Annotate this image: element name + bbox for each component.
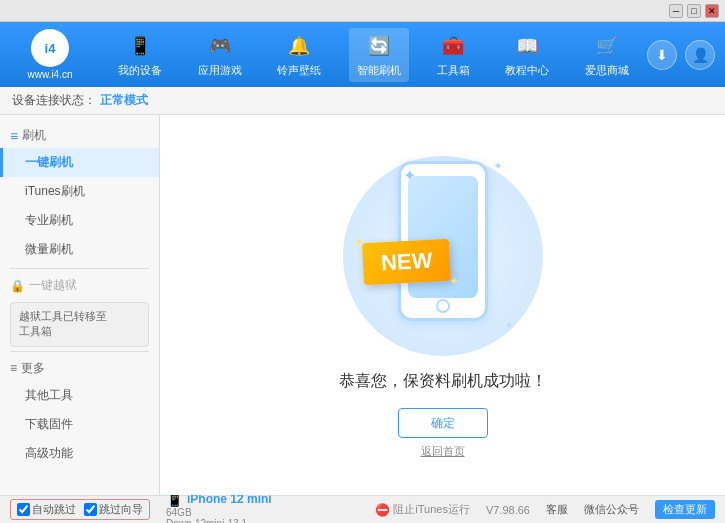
update-button[interactable]: 检查更新	[655, 500, 715, 519]
sidebar-divider-1	[10, 268, 149, 269]
nav-my-device[interactable]: 📱 我的设备	[110, 28, 170, 82]
itunes-flash-label: iTunes刷机	[25, 184, 85, 198]
sidebar-item-download-firmware[interactable]: 下载固件	[0, 410, 159, 439]
back-home-link[interactable]: 返回首页	[421, 444, 465, 459]
header: i4 www.i4.cn 📱 我的设备 🎮 应用游戏 🔔 铃声壁纸 🔄 智能刷机…	[0, 22, 725, 87]
smart-flash-label: 智能刷机	[357, 63, 401, 78]
header-right: ⬇ 👤	[647, 40, 715, 70]
sidebar-item-itunes-flash[interactable]: iTunes刷机	[0, 177, 159, 206]
content-area: ✦ NEW ✦ ✦ ✦ ✦ 恭喜您，保资料刷机成功啦！ 确定 返回首页	[160, 115, 725, 495]
shop-label: 爱思商城	[585, 63, 629, 78]
tutorial-label: 教程中心	[505, 63, 549, 78]
nav-toolbox[interactable]: 🧰 工具箱	[429, 28, 478, 82]
new-banner: ✦ NEW ✦	[361, 239, 450, 286]
sidebar-item-pro-flash[interactable]: 专业刷机	[0, 206, 159, 235]
download-button[interactable]: ⬇	[647, 40, 677, 70]
other-tools-label: 其他工具	[25, 388, 73, 402]
new-badge-text: NEW	[380, 248, 433, 276]
skip-guide-label: 跳过向导	[99, 502, 143, 517]
micro-flash-label: 微量刷机	[25, 242, 73, 256]
app-game-icon: 🎮	[206, 32, 234, 60]
version-text: V7.98.66	[486, 504, 530, 516]
minimize-button[interactable]: ─	[669, 4, 683, 18]
sidebar-note: 越狱工具已转移至工具箱	[10, 302, 149, 347]
maximize-button[interactable]: □	[687, 4, 701, 18]
wechat-link[interactable]: 微信公众号	[584, 502, 639, 517]
nav-smart-flash[interactable]: 🔄 智能刷机	[349, 28, 409, 82]
window-controls: ─ □ ✕	[669, 4, 719, 18]
logo-text: www.i4.cn	[27, 69, 72, 80]
sidebar-item-micro-flash[interactable]: 微量刷机	[0, 235, 159, 264]
auto-jump-label: 自动跳过	[32, 502, 76, 517]
title-bar: ─ □ ✕	[0, 0, 725, 22]
main-layout: ≡ 刷机 一键刷机 iTunes刷机 专业刷机 微量刷机 🔒 一键越狱 越狱工具…	[0, 115, 725, 495]
logo-icon: i4	[31, 29, 69, 67]
flash-section-label: 刷机	[22, 127, 46, 144]
status-value: 正常模式	[100, 92, 148, 109]
nav-app-game[interactable]: 🎮 应用游戏	[190, 28, 250, 82]
toolbox-icon: 🧰	[439, 32, 467, 60]
smart-flash-icon: 🔄	[365, 32, 393, 60]
sparkle-1: ✦	[403, 166, 416, 185]
itunes-icon: ⛔	[375, 503, 390, 517]
nav-tutorial[interactable]: 📖 教程中心	[497, 28, 557, 82]
footer-checkbox-group: 自动跳过 跳过向导	[10, 499, 150, 520]
status-label: 设备连接状态：	[12, 92, 96, 109]
ringtone-icon: 🔔	[285, 32, 313, 60]
jailbreak-header: 🔒 一键越狱	[0, 273, 159, 298]
itunes-status: ⛔ 阻止iTunes运行	[375, 502, 470, 517]
sidebar-divider-2	[10, 351, 149, 352]
close-button[interactable]: ✕	[705, 4, 719, 18]
sidebar-note-text: 越狱工具已转移至工具箱	[19, 310, 107, 337]
auto-jump-checkbox[interactable]	[17, 503, 30, 516]
one-click-flash-label: 一键刷机	[25, 155, 73, 169]
logo-area: i4 www.i4.cn	[10, 29, 90, 80]
success-message: 恭喜您，保资料刷机成功啦！	[339, 371, 547, 392]
customer-service-link[interactable]: 客服	[546, 502, 568, 517]
shop-icon: 🛒	[593, 32, 621, 60]
lock-icon: 🔒	[10, 279, 25, 293]
success-illustration: ✦ NEW ✦ ✦ ✦ ✦	[343, 151, 543, 361]
sidebar-item-advanced[interactable]: 高级功能	[0, 439, 159, 468]
skip-guide-checkbox[interactable]	[84, 503, 97, 516]
nav-ringtone[interactable]: 🔔 铃声壁纸	[269, 28, 329, 82]
device-storage: 64GB	[166, 507, 272, 518]
flash-section-header: ≡ 刷机	[0, 123, 159, 148]
my-device-label: 我的设备	[118, 63, 162, 78]
toolbox-label: 工具箱	[437, 63, 470, 78]
sidebar-item-other-tools[interactable]: 其他工具	[0, 381, 159, 410]
jailbreak-label: 一键越狱	[29, 277, 77, 294]
device-model: Down-12mini-13,1	[166, 518, 272, 524]
nav-shop[interactable]: 🛒 爱思商城	[577, 28, 637, 82]
pro-flash-label: 专业刷机	[25, 213, 73, 227]
status-bar: 设备连接状态： 正常模式	[0, 87, 725, 115]
itunes-status-label: 阻止iTunes运行	[393, 502, 470, 517]
footer: 自动跳过 跳过向导 📱 iPhone 12 mini 64GB Down-12m…	[0, 495, 725, 523]
app-game-label: 应用游戏	[198, 63, 242, 78]
flash-section-icon: ≡	[10, 128, 18, 144]
user-button[interactable]: 👤	[685, 40, 715, 70]
tutorial-icon: 📖	[513, 32, 541, 60]
more-section-icon: ≡	[10, 361, 17, 375]
my-device-icon: 📱	[126, 32, 154, 60]
footer-right: ⛔ 阻止iTunes运行 V7.98.66 客服 微信公众号 检查更新	[375, 500, 715, 519]
sparkle-2: ✦	[493, 159, 503, 173]
advanced-label: 高级功能	[25, 446, 73, 460]
sparkle-3: ✦	[505, 320, 513, 331]
nav-bar: 📱 我的设备 🎮 应用游戏 🔔 铃声壁纸 🔄 智能刷机 🧰 工具箱 📖 教程中心…	[100, 28, 647, 82]
more-section-label: 更多	[21, 360, 45, 377]
ringtone-label: 铃声壁纸	[277, 63, 321, 78]
phone-home-btn	[436, 299, 450, 313]
sidebar: ≡ 刷机 一键刷机 iTunes刷机 专业刷机 微量刷机 🔒 一键越狱 越狱工具…	[0, 115, 160, 495]
sidebar-item-one-click-flash[interactable]: 一键刷机	[0, 148, 159, 177]
more-section-header: ≡ 更多	[0, 356, 159, 381]
download-firmware-label: 下载固件	[25, 417, 73, 431]
confirm-button[interactable]: 确定	[398, 408, 488, 438]
